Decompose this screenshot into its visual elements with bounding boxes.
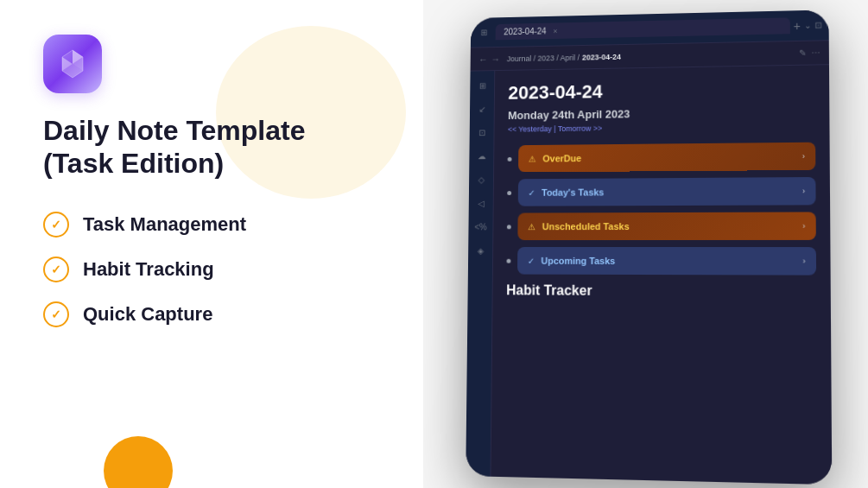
bullet-todays [507, 190, 511, 194]
upcoming-chevron-icon: › [802, 257, 805, 265]
feature-text-habit-tracking: Habit Tracking [83, 258, 214, 281]
edit-button[interactable]: ✎ [799, 48, 806, 57]
page-nav-links: << Yesterday | Tomorrow >> [507, 121, 814, 133]
app-sidebar: ⊞ ↙ ⊡ ☁ ◇ ◁ <% ◈ [466, 71, 495, 477]
overdue-task-card[interactable]: ⚠ OverDue › [518, 142, 815, 172]
overdue-chevron-icon: › [801, 151, 804, 160]
unscheduled-task-card[interactable]: ⚠ Unscheduled Tasks › [517, 212, 815, 240]
nav-actions: ✎ ⋯ [799, 48, 820, 57]
sidebar-btn-8[interactable]: ◈ [472, 243, 488, 258]
upcoming-label: Upcoming Tasks [541, 255, 615, 265]
upcoming-row: ✓ Upcoming Tasks › [506, 246, 816, 275]
feature-text-quick-capture: Quick Capture [83, 303, 212, 326]
bullet-upcoming [506, 258, 510, 263]
habit-tracker-heading: Habit Tracker [506, 282, 816, 300]
app-layout: ⊞ ↙ ⊡ ☁ ◇ ◁ <% ◈ 2023-04-24 Monday 24th … [466, 65, 832, 485]
feature-text-task-management: Task Management [83, 213, 246, 236]
tab-title: 2023-04-24 [504, 26, 546, 36]
todays-chevron-icon: › [802, 187, 805, 195]
tab-close-button[interactable]: × [553, 26, 557, 35]
sidebar-btn-7[interactable]: <% [472, 219, 488, 234]
app-icon-svg [55, 47, 90, 81]
tab-chevron-icon[interactable]: ⌄ [804, 20, 811, 29]
todays-icon: ✓ [528, 187, 535, 197]
sidebar-toggle-icon[interactable]: ⊞ [477, 25, 490, 39]
page-title: 2023-04-24 [508, 77, 815, 104]
forward-button[interactable]: → [491, 54, 500, 64]
tomorrow-link[interactable]: Tomorrow >> [557, 124, 601, 132]
task-section: ⚠ OverDue › ✓ Today's Tasks › [506, 142, 816, 275]
unscheduled-label: Unscheduled Tasks [542, 221, 629, 231]
main-title: Daily Note Template (Task Edition) [43, 114, 380, 181]
check-icon-task-management [43, 212, 69, 238]
breadcrumb-current: 2023-04-24 [581, 52, 620, 61]
tab-group: 2023-04-24 × + ⌄ ⊡ [495, 16, 821, 40]
unscheduled-chevron-icon: › [802, 221, 805, 230]
sidebar-btn-4[interactable]: ☁ [473, 148, 488, 163]
features-list: Task Management Habit Tracking Quick Cap… [43, 212, 380, 327]
todays-row: ✓ Today's Tasks › [507, 176, 815, 206]
upcoming-task-card[interactable]: ✓ Upcoming Tasks › [517, 246, 816, 275]
sidebar-btn-2[interactable]: ↙ [474, 101, 489, 117]
device-frame: ⊞ 2023-04-24 × + ⌄ ⊡ ← → Journal / 2023 … [466, 10, 832, 485]
content-area: 2023-04-24 Monday 24th April 2023 << Yes… [491, 65, 832, 485]
overdue-row: ⚠ OverDue › [507, 142, 815, 172]
todays-label: Today's Tasks [542, 187, 604, 197]
unscheduled-icon: ⚠ [528, 221, 535, 231]
more-button[interactable]: ⋯ [811, 48, 820, 57]
right-panel: ⊞ 2023-04-24 × + ⌄ ⊡ ← → Journal / 2023 … [423, 0, 868, 488]
back-button[interactable]: ← [478, 54, 488, 64]
sidebar-btn-1[interactable]: ⊞ [474, 77, 489, 92]
sidebar-btn-5[interactable]: ◇ [473, 171, 488, 187]
bullet-overdue [507, 156, 511, 161]
tab-sidebar-icon: ⊡ [814, 20, 821, 29]
breadcrumb: Journal / 2023 / April / 2023-04-24 [506, 48, 791, 62]
yellow-circle-decoration [104, 436, 173, 488]
overdue-icon: ⚠ [528, 154, 535, 163]
page-subtitle: Monday 24th April 2023 [508, 105, 815, 122]
overdue-label: OverDue [542, 153, 581, 163]
sidebar-btn-6[interactable]: ◁ [473, 195, 489, 211]
todays-task-card[interactable]: ✓ Today's Tasks › [517, 176, 815, 206]
bullet-unscheduled [506, 224, 510, 228]
app-icon [43, 35, 102, 93]
feature-item-task-management: Task Management [43, 212, 380, 238]
feature-item-quick-capture: Quick Capture [43, 301, 380, 327]
check-icon-quick-capture [43, 301, 69, 327]
sidebar-btn-3[interactable]: ⊡ [473, 124, 488, 140]
feature-item-habit-tracking: Habit Tracking [43, 257, 380, 282]
upcoming-icon: ✓ [527, 256, 534, 265]
left-panel: Daily Note Template (Task Edition) Task … [0, 0, 423, 488]
new-tab-button[interactable]: + [793, 18, 800, 32]
unscheduled-row: ⚠ Unscheduled Tasks › [506, 212, 815, 240]
yesterday-link[interactable]: << Yesterday [507, 124, 551, 133]
active-tab[interactable]: 2023-04-24 × [495, 17, 789, 40]
check-icon-habit-tracking [43, 257, 69, 282]
nav-arrows: ← → [478, 54, 500, 64]
